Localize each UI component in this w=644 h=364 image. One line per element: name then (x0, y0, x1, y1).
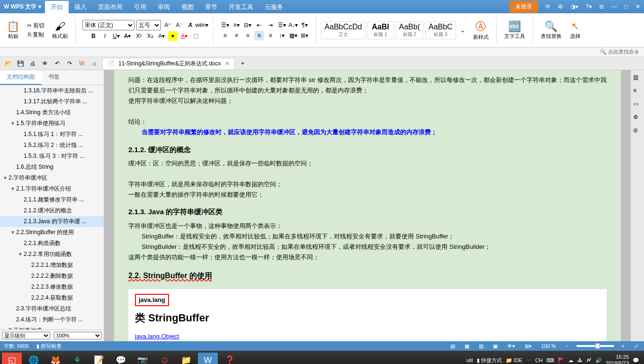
outline-item[interactable]: 1.6.总结 String (0, 162, 104, 173)
tab-dev[interactable]: 开发工具 (223, 1, 259, 13)
select-button[interactable]: ↖选择 (567, 19, 583, 41)
style-h2[interactable]: AaBb(标题 2 (396, 21, 423, 39)
outline-item[interactable]: 2.1.3.Java 的字符串缓 ... (0, 216, 104, 227)
tray-ide[interactable]: 📁 IDE (506, 357, 522, 364)
zoom-out[interactable]: − (564, 343, 570, 349)
borders[interactable]: ⊞▾ (300, 31, 309, 40)
command-search[interactable]: 🔍 点此查找命令 (0, 47, 644, 57)
outline-item[interactable]: 1.5.3. 练习 3：对字符 ... (0, 151, 104, 162)
outline-item[interactable]: 1.3.17.比较两个字符串 ... (0, 96, 104, 107)
font-color[interactable]: A▾ (179, 31, 189, 41)
editor[interactable]: 问题：在这段程序中，在循环里面没执行一次循环，都要对字符串 str 修改两次，因… (104, 70, 631, 341)
save-icon[interactable]: 💾 (16, 59, 25, 68)
tab-review[interactable]: 审阅 (152, 1, 176, 13)
superscript[interactable]: X² (134, 31, 143, 41)
numbering[interactable]: ≡▾ (232, 20, 241, 30)
align-justify[interactable]: ≡ (254, 31, 264, 40)
print-icon[interactable]: 🖨 (28, 59, 37, 68)
tab-references[interactable]: 引用 (128, 1, 152, 13)
show-marks[interactable]: ¶▾ (300, 20, 309, 30)
wps-task-icon[interactable]: W (198, 353, 218, 364)
view-outline[interactable]: ▥ (477, 343, 485, 349)
rail-nav-icon[interactable]: ▥ (633, 74, 642, 82)
subscript[interactable]: X₂ (145, 31, 155, 41)
spring-icon[interactable]: ⚘ (67, 353, 87, 364)
new-style[interactable]: Ⓐ新样式 (470, 18, 492, 42)
outline-item[interactable]: ▾2.2.StringBuffer 的使用 (0, 227, 104, 238)
preview-icon[interactable]: 👁 (41, 59, 49, 68)
shrink-font[interactable]: A⁻ (174, 20, 184, 30)
skin-icon[interactable]: ◑▾ (567, 3, 582, 10)
underline[interactable]: U▾ (111, 31, 121, 41)
rail-limit-icon[interactable]: ⊘ (633, 127, 642, 136)
tray-kb-icon[interactable]: ⌨ (546, 357, 554, 364)
sidetab-bookmark[interactable]: 书签 (42, 70, 66, 85)
rail-toc-icon[interactable]: ≡ (633, 87, 642, 96)
collapse-ribbon-icon[interactable]: ⧉ (596, 3, 608, 10)
outline-item[interactable]: 2.2.2.2.删除数据 (0, 271, 104, 282)
outline-item[interactable]: ▾2.2.2.常用功能函数 (0, 249, 104, 260)
align-center[interactable]: ≡ (232, 31, 241, 40)
outline-item[interactable]: 2.4.练习：判断一个字符 ... (0, 314, 104, 325)
help-icon[interactable]: ?▾ (582, 3, 596, 10)
outline-item[interactable]: 2.1.1.频繁修改字符串 ... (0, 194, 104, 205)
bold[interactable]: B (89, 31, 98, 41)
outline-item[interactable]: ▾2.1.字符串缓冲区介绍 (0, 183, 104, 194)
home-icon[interactable]: ⌂ (90, 59, 98, 68)
tray-clock[interactable]: 15:252018/6/23 (606, 354, 629, 364)
view-web[interactable]: ▦ (463, 343, 471, 349)
code-link[interactable]: java.lang.Object (135, 333, 179, 340)
phonetic[interactable]: wén▾ (197, 20, 206, 30)
outline-item[interactable]: 1.3.16.字符串中去除前后 ... (0, 85, 104, 96)
tab-layout[interactable]: 页面布局 (92, 1, 128, 13)
outline-item[interactable]: 1.5.1.练习 1：对字符 ... (0, 129, 104, 140)
strike[interactable]: A̶▾ (123, 31, 132, 41)
bullets[interactable]: ☰▾ (220, 20, 230, 30)
view-print[interactable]: ▤ (448, 343, 457, 349)
tab-section[interactable]: 章节 (199, 1, 223, 13)
help-task-icon[interactable]: ❓ (220, 353, 240, 364)
indent-right[interactable]: ⇥ (266, 20, 275, 30)
explorer-icon[interactable]: 📁 (176, 353, 196, 364)
zoom-value[interactable]: 100 % (539, 343, 558, 349)
new-tab-icon[interactable]: + (239, 59, 247, 68)
spellcheck-toggle[interactable]: ▮ 拼写检查 (35, 343, 63, 350)
close-tab-icon[interactable]: ✕ (225, 60, 230, 67)
minimize-button[interactable]: — (608, 3, 621, 10)
grow-font[interactable]: A⁺ (163, 20, 172, 30)
camera-icon[interactable]: 📷 (133, 353, 152, 364)
eye-protect[interactable]: 👁▾ (505, 343, 517, 349)
outline-item[interactable]: 2.2.2.3.修改数据 (0, 282, 104, 292)
outline-item[interactable]: 2.1.2.缓冲区的概念 (0, 205, 104, 216)
wps-icon[interactable]: W (78, 59, 86, 68)
outline-item[interactable]: 2.2.2.1.增加数据 (0, 260, 104, 271)
cut-button[interactable]: ✂ 剪切 (27, 22, 45, 30)
tab-stops[interactable]: ☰▾ (277, 20, 286, 30)
font-select[interactable]: 宋体 (正文) (82, 20, 134, 30)
outline-item[interactable]: ▾3.正则表达式 (0, 325, 104, 329)
tray-shortcut[interactable]: ▮ 快捷方式 (477, 357, 502, 364)
outline-item[interactable]: ▾1.5.字符串使用练习 (0, 118, 104, 129)
tray-flag-icon[interactable]: 🚩 (558, 357, 564, 364)
shading[interactable]: ▦▾ (288, 31, 298, 40)
align-right[interactable]: ≡ (243, 31, 252, 40)
tray-cloud-icon[interactable]: ☁ (568, 357, 573, 364)
multilevel[interactable]: ⊟▾ (243, 20, 252, 30)
view-read[interactable]: ▣ (491, 343, 500, 349)
indent-left[interactable]: ⇤ (254, 20, 264, 30)
sidetab-outline[interactable]: 文档结构图 (0, 70, 42, 85)
highlight[interactable]: ▾ (168, 31, 178, 41)
tray-net-icon[interactable]: 🖧 (577, 357, 582, 363)
word-count[interactable]: 字数: 5608 (4, 343, 29, 350)
tab-start[interactable]: 开始 (45, 1, 69, 13)
char-border[interactable]: ⬚ (191, 31, 200, 41)
outline-level-select[interactable]: 显示级别 (2, 332, 50, 339)
tab-cloud[interactable]: 云服务 (259, 1, 289, 13)
rail-props-icon[interactable]: ⚙ (633, 114, 642, 122)
outline-item[interactable]: 2.2.1.构造函数 (0, 238, 104, 249)
rail-select-icon[interactable]: ▭ (633, 100, 642, 109)
notes-icon[interactable]: 📝 (89, 353, 109, 364)
find-replace[interactable]: 🔍查找替换 (538, 19, 564, 41)
tab-insert[interactable]: 插入 (69, 1, 92, 13)
clear-format[interactable]: A̸ (186, 20, 195, 30)
